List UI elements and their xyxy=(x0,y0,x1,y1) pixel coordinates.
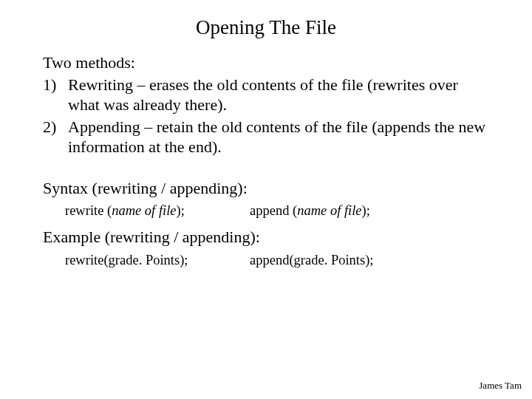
syntax-heading: Syntax (rewriting / appending): xyxy=(43,178,489,199)
code-italic: name of file xyxy=(297,203,361,218)
code-text: ); xyxy=(177,203,185,218)
example-row: rewrite(grade. Points); append(grade. Po… xyxy=(65,252,489,269)
syntax-row: rewrite (name of file); append (name of … xyxy=(65,202,489,219)
syntax-append: append (name of file); xyxy=(250,202,489,219)
example-heading: Example (rewriting / appending): xyxy=(43,227,489,248)
intro-text: Two methods: xyxy=(43,52,489,73)
code-text: rewrite ( xyxy=(65,203,112,218)
slide-body: Two methods: 1) Rewriting – erases the o… xyxy=(0,52,532,269)
list-text: Rewriting – erases the old contents of t… xyxy=(68,75,489,115)
slide-title: Opening The File xyxy=(0,0,532,48)
footer-author: James Tam xyxy=(479,380,522,392)
code-italic: name of file xyxy=(112,203,176,218)
syntax-rewrite: rewrite (name of file); xyxy=(65,202,250,219)
list-item: 1) Rewriting – erases the old contents o… xyxy=(43,75,489,115)
code-text: append ( xyxy=(250,203,297,218)
slide: Opening The File Two methods: 1) Rewriti… xyxy=(0,0,532,399)
methods-list: 1) Rewriting – erases the old contents o… xyxy=(43,75,489,157)
example-append: append(grade. Points); xyxy=(250,252,489,269)
list-number: 2) xyxy=(43,117,68,157)
example-rewrite: rewrite(grade. Points); xyxy=(65,252,250,269)
list-text: Appending – retain the old contents of t… xyxy=(68,117,489,157)
code-text: ); xyxy=(362,203,370,218)
list-item: 2) Appending – retain the old contents o… xyxy=(43,117,489,157)
list-number: 1) xyxy=(43,75,68,115)
